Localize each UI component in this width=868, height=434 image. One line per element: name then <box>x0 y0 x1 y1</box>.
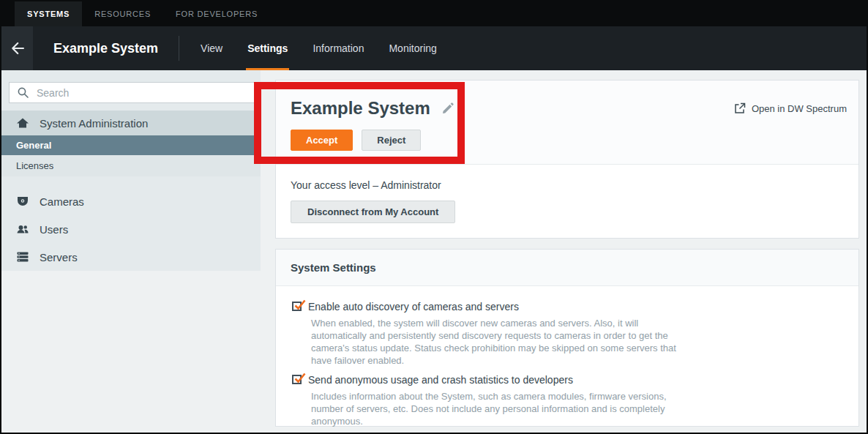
search-input[interactable] <box>37 87 252 99</box>
header-divider <box>179 36 179 61</box>
option-description: When enabled, the system will discover n… <box>311 317 688 367</box>
system-info-header: Example System Accept Reject <box>276 81 858 165</box>
tab-view[interactable]: View <box>188 26 235 70</box>
search-box[interactable] <box>9 82 261 103</box>
app-window: SYSTEMS RESOURCES FOR DEVELOPERS Example… <box>0 0 868 434</box>
open-in-dw-spectrum-link[interactable]: Open in DW Spectrum <box>734 102 847 114</box>
disconnect-button[interactable]: Disconnect from My Account <box>291 201 455 223</box>
option-auto-discovery[interactable]: Enable auto discovery of cameras and ser… <box>292 300 841 313</box>
external-link-icon <box>734 102 746 114</box>
back-button[interactable] <box>1 26 33 70</box>
system-info-card: Example System Accept Reject <box>275 80 859 239</box>
sidebar-item-system-administration[interactable]: System Administration <box>1 111 261 135</box>
home-icon <box>16 117 29 129</box>
option-label: Enable auto discovery of cameras and ser… <box>308 300 519 313</box>
sidebar: System Administration General Licenses C… <box>1 70 261 433</box>
open-link-label: Open in DW Spectrum <box>752 103 847 114</box>
system-title: Example System <box>53 41 158 56</box>
sidebar-item-label: Users <box>40 223 68 236</box>
topnav-resources[interactable]: RESOURCES <box>82 1 163 26</box>
accept-button[interactable]: Accept <box>291 130 353 151</box>
sidebar-item-label: Servers <box>40 251 78 263</box>
camera-icon <box>16 195 29 207</box>
search-icon <box>17 86 29 99</box>
option-label: Send anonymous usage and crash statistic… <box>308 373 573 386</box>
sidebar-subitem-general[interactable]: General <box>1 135 261 155</box>
edit-pencil-icon[interactable] <box>441 102 454 116</box>
access-level-section: Your access level – Administrator Discon… <box>276 165 858 238</box>
system-settings-title: System Settings <box>276 250 858 286</box>
sidebar-item-label: Cameras <box>40 195 84 208</box>
option-description: Includes information about the System, s… <box>311 390 688 427</box>
system-header-bar: Example System View Settings Information… <box>1 26 867 70</box>
sidebar-item-servers[interactable]: Servers <box>1 243 261 271</box>
tab-information[interactable]: Information <box>300 26 376 70</box>
sidebar-item-label: System Administration <box>40 117 148 130</box>
sidebar-panel: System Administration General Licenses C… <box>1 70 261 271</box>
checkbox-checked-icon[interactable] <box>292 302 302 311</box>
servers-icon <box>16 251 29 263</box>
sidebar-items: Cameras Users <box>1 187 261 271</box>
system-name-heading: Example System <box>291 98 430 119</box>
topnav-for-developers[interactable]: FOR DEVELOPERS <box>163 1 270 26</box>
option-send-statistics[interactable]: Send anonymous usage and crash statistic… <box>292 373 841 386</box>
sidebar-item-cameras[interactable]: Cameras <box>1 187 261 215</box>
topnav-systems[interactable]: SYSTEMS <box>15 1 82 26</box>
users-icon <box>16 223 29 235</box>
tab-settings[interactable]: Settings <box>235 26 300 70</box>
sidebar-item-users[interactable]: Users <box>1 215 261 243</box>
top-nav: SYSTEMS RESOURCES FOR DEVELOPERS <box>1 1 867 26</box>
back-arrow-icon <box>10 40 26 56</box>
system-settings-card: System Settings Enable auto discovery of… <box>275 249 859 427</box>
tab-monitoring[interactable]: Monitoring <box>376 26 449 70</box>
checkbox-checked-icon[interactable] <box>292 375 302 384</box>
reject-button[interactable]: Reject <box>362 130 421 151</box>
access-level-text: Your access level – Administrator <box>291 179 844 191</box>
sidebar-subitem-licenses[interactable]: Licenses <box>1 155 261 176</box>
main-content: Example System Accept Reject <box>261 70 867 433</box>
